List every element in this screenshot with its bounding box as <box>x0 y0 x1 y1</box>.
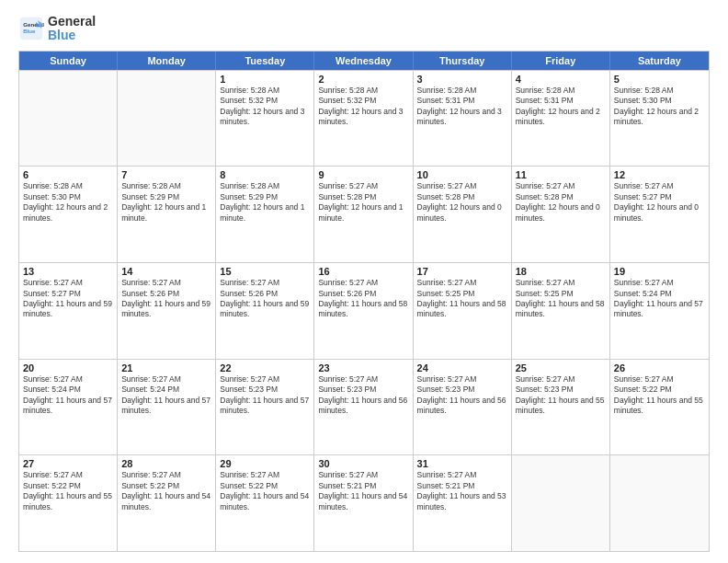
day-number: 3 <box>417 74 507 85</box>
cell-details: Sunrise: 5:27 AM Sunset: 5:28 PM Dayligh… <box>417 181 507 224</box>
cell-details: Sunrise: 5:27 AM Sunset: 5:25 PM Dayligh… <box>516 278 606 320</box>
day-number: 31 <box>417 458 507 469</box>
cell-details: Sunrise: 5:27 AM Sunset: 5:27 PM Dayligh… <box>23 278 113 320</box>
calendar-cell: 8Sunrise: 5:28 AM Sunset: 5:29 PM Daylig… <box>216 167 314 262</box>
calendar-cell: 9Sunrise: 5:27 AM Sunset: 5:28 PM Daylig… <box>314 167 413 262</box>
weekday-header: Friday <box>512 52 610 70</box>
cell-details: Sunrise: 5:27 AM Sunset: 5:26 PM Dayligh… <box>318 278 408 320</box>
day-number: 29 <box>220 458 310 469</box>
day-number: 8 <box>220 169 310 180</box>
day-number: 11 <box>516 169 606 180</box>
day-number: 2 <box>318 74 408 85</box>
calendar-cell: 30Sunrise: 5:27 AM Sunset: 5:21 PM Dayli… <box>314 455 413 551</box>
calendar-cell <box>512 455 610 551</box>
cell-details: Sunrise: 5:27 AM Sunset: 5:23 PM Dayligh… <box>516 374 606 417</box>
day-number: 13 <box>23 266 113 277</box>
calendar-row: 20Sunrise: 5:27 AM Sunset: 5:24 PM Dayli… <box>19 359 709 455</box>
cell-details: Sunrise: 5:27 AM Sunset: 5:28 PM Dayligh… <box>516 181 606 224</box>
calendar-body: 1Sunrise: 5:28 AM Sunset: 5:32 PM Daylig… <box>19 70 709 551</box>
weekday-header: Monday <box>118 52 216 70</box>
day-number: 17 <box>417 266 507 277</box>
day-number: 28 <box>121 458 211 469</box>
logo-text: General Blue <box>48 15 96 43</box>
calendar-row: 1Sunrise: 5:28 AM Sunset: 5:32 PM Daylig… <box>19 70 709 167</box>
cell-details: Sunrise: 5:27 AM Sunset: 5:21 PM Dayligh… <box>417 470 507 512</box>
weekday-header: Sunday <box>19 52 118 70</box>
day-number: 27 <box>23 458 113 469</box>
calendar-cell: 13Sunrise: 5:27 AM Sunset: 5:27 PM Dayli… <box>19 263 118 359</box>
calendar-cell: 10Sunrise: 5:27 AM Sunset: 5:28 PM Dayli… <box>414 167 512 262</box>
calendar-cell: 1Sunrise: 5:28 AM Sunset: 5:32 PM Daylig… <box>216 71 314 167</box>
cell-details: Sunrise: 5:27 AM Sunset: 5:26 PM Dayligh… <box>220 278 310 320</box>
svg-text:Blue: Blue <box>23 29 36 35</box>
logo: General Blue General Blue <box>18 15 96 43</box>
calendar-cell: 12Sunrise: 5:27 AM Sunset: 5:27 PM Dayli… <box>610 167 709 262</box>
calendar-cell: 2Sunrise: 5:28 AM Sunset: 5:32 PM Daylig… <box>314 71 413 167</box>
cell-details: Sunrise: 5:27 AM Sunset: 5:24 PM Dayligh… <box>121 374 211 417</box>
day-number: 23 <box>318 362 408 373</box>
day-number: 1 <box>220 74 310 85</box>
calendar-cell <box>118 71 216 167</box>
calendar-cell: 11Sunrise: 5:27 AM Sunset: 5:28 PM Dayli… <box>512 167 610 262</box>
calendar-cell: 23Sunrise: 5:27 AM Sunset: 5:23 PM Dayli… <box>314 360 413 455</box>
day-number: 19 <box>614 266 705 277</box>
calendar-cell: 14Sunrise: 5:27 AM Sunset: 5:26 PM Dayli… <box>118 263 216 359</box>
cell-details: Sunrise: 5:27 AM Sunset: 5:24 PM Dayligh… <box>23 374 113 417</box>
day-number: 20 <box>23 362 113 373</box>
page-header: General Blue General Blue <box>18 15 710 43</box>
cell-details: Sunrise: 5:28 AM Sunset: 5:31 PM Dayligh… <box>516 86 606 128</box>
calendar-cell: 3Sunrise: 5:28 AM Sunset: 5:31 PM Daylig… <box>414 71 512 167</box>
calendar-cell: 5Sunrise: 5:28 AM Sunset: 5:30 PM Daylig… <box>610 71 709 167</box>
weekday-header: Wednesday <box>314 52 413 70</box>
calendar-cell: 16Sunrise: 5:27 AM Sunset: 5:26 PM Dayli… <box>314 263 413 359</box>
cell-details: Sunrise: 5:27 AM Sunset: 5:23 PM Dayligh… <box>220 374 310 417</box>
cell-details: Sunrise: 5:28 AM Sunset: 5:30 PM Dayligh… <box>23 181 113 224</box>
calendar-cell <box>19 71 118 167</box>
calendar-cell: 22Sunrise: 5:27 AM Sunset: 5:23 PM Dayli… <box>216 360 314 455</box>
day-number: 9 <box>318 169 408 180</box>
calendar-cell: 21Sunrise: 5:27 AM Sunset: 5:24 PM Dayli… <box>118 360 216 455</box>
calendar-row: 13Sunrise: 5:27 AM Sunset: 5:27 PM Dayli… <box>19 262 709 359</box>
cell-details: Sunrise: 5:27 AM Sunset: 5:21 PM Dayligh… <box>318 470 408 512</box>
calendar-cell: 4Sunrise: 5:28 AM Sunset: 5:31 PM Daylig… <box>512 71 610 167</box>
day-number: 16 <box>318 266 408 277</box>
calendar-row: 6Sunrise: 5:28 AM Sunset: 5:30 PM Daylig… <box>19 166 709 262</box>
day-number: 15 <box>220 266 310 277</box>
cell-details: Sunrise: 5:28 AM Sunset: 5:32 PM Dayligh… <box>220 86 310 128</box>
calendar-row: 27Sunrise: 5:27 AM Sunset: 5:22 PM Dayli… <box>19 454 709 551</box>
day-number: 7 <box>121 169 211 180</box>
day-number: 4 <box>516 74 606 85</box>
day-number: 14 <box>121 266 211 277</box>
cell-details: Sunrise: 5:27 AM Sunset: 5:26 PM Dayligh… <box>121 278 211 320</box>
calendar-cell: 31Sunrise: 5:27 AM Sunset: 5:21 PM Dayli… <box>414 455 512 551</box>
calendar-cell: 19Sunrise: 5:27 AM Sunset: 5:24 PM Dayli… <box>610 263 709 359</box>
calendar-page: General Blue General Blue SundayMondayTu… <box>0 0 728 563</box>
calendar-cell: 29Sunrise: 5:27 AM Sunset: 5:22 PM Dayli… <box>216 455 314 551</box>
calendar-cell: 15Sunrise: 5:27 AM Sunset: 5:26 PM Dayli… <box>216 263 314 359</box>
day-number: 22 <box>220 362 310 373</box>
cell-details: Sunrise: 5:28 AM Sunset: 5:29 PM Dayligh… <box>121 181 211 224</box>
day-number: 21 <box>121 362 211 373</box>
day-number: 12 <box>614 169 705 180</box>
day-number: 26 <box>614 362 705 373</box>
calendar-header: SundayMondayTuesdayWednesdayThursdayFrid… <box>19 52 709 70</box>
cell-details: Sunrise: 5:28 AM Sunset: 5:30 PM Dayligh… <box>614 86 705 128</box>
weekday-header: Saturday <box>610 52 709 70</box>
calendar-cell: 20Sunrise: 5:27 AM Sunset: 5:24 PM Dayli… <box>19 360 118 455</box>
calendar-cell: 27Sunrise: 5:27 AM Sunset: 5:22 PM Dayli… <box>19 455 118 551</box>
logo-icon: General Blue <box>18 16 44 41</box>
cell-details: Sunrise: 5:27 AM Sunset: 5:22 PM Dayligh… <box>23 470 113 512</box>
cell-details: Sunrise: 5:27 AM Sunset: 5:22 PM Dayligh… <box>614 374 705 417</box>
calendar-cell: 6Sunrise: 5:28 AM Sunset: 5:30 PM Daylig… <box>19 167 118 262</box>
cell-details: Sunrise: 5:28 AM Sunset: 5:29 PM Dayligh… <box>220 181 310 224</box>
cell-details: Sunrise: 5:28 AM Sunset: 5:31 PM Dayligh… <box>417 86 507 128</box>
day-number: 18 <box>516 266 606 277</box>
day-number: 10 <box>417 169 507 180</box>
cell-details: Sunrise: 5:27 AM Sunset: 5:28 PM Dayligh… <box>318 181 408 224</box>
day-number: 24 <box>417 362 507 373</box>
calendar-cell: 24Sunrise: 5:27 AM Sunset: 5:23 PM Dayli… <box>414 360 512 455</box>
cell-details: Sunrise: 5:27 AM Sunset: 5:23 PM Dayligh… <box>318 374 408 417</box>
cell-details: Sunrise: 5:28 AM Sunset: 5:32 PM Dayligh… <box>318 86 408 128</box>
day-number: 25 <box>516 362 606 373</box>
calendar-cell: 26Sunrise: 5:27 AM Sunset: 5:22 PM Dayli… <box>610 360 709 455</box>
